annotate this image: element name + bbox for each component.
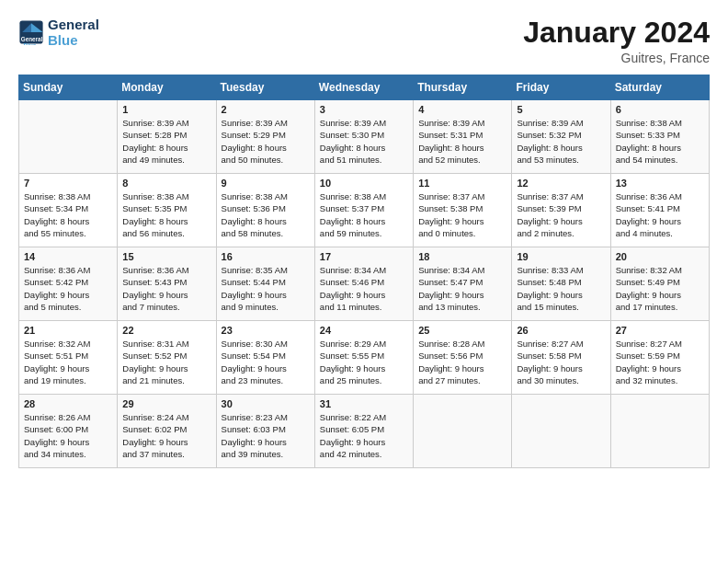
info-line: Sunrise: 8:26 AM: [24, 411, 112, 423]
info-line: Daylight: 9 hours: [24, 289, 112, 301]
calendar-header: SundayMondayTuesdayWednesdayThursdayFrid…: [19, 75, 710, 100]
logo: General Blue General Blue: [18, 17, 99, 49]
day-cell: 15Sunrise: 8:36 AMSunset: 5:43 PMDayligh…: [118, 247, 216, 321]
day-number: 2: [222, 104, 310, 115]
day-cell: 16Sunrise: 8:35 AMSunset: 5:44 PMDayligh…: [216, 247, 314, 321]
info-line: and 49 minutes.: [122, 154, 210, 166]
header-cell-wednesday: Wednesday: [314, 75, 413, 100]
info-line: Sunset: 5:44 PM: [222, 276, 310, 288]
info-line: and 51 minutes.: [320, 154, 408, 166]
info-line: and 11 minutes.: [320, 301, 408, 313]
info-line: Daylight: 9 hours: [418, 215, 506, 227]
info-line: and 23 minutes.: [222, 374, 310, 386]
info-line: Sunset: 5:32 PM: [517, 129, 605, 141]
day-number: 26: [517, 325, 605, 336]
header-cell-tuesday: Tuesday: [216, 75, 314, 100]
info-line: Sunset: 5:30 PM: [320, 129, 408, 141]
day-cell: 20Sunrise: 8:32 AMSunset: 5:49 PMDayligh…: [610, 247, 709, 321]
info-line: Sunset: 5:55 PM: [320, 350, 408, 362]
day-info: Sunrise: 8:39 AMSunset: 5:31 PMDaylight:…: [418, 117, 506, 166]
day-number: 5: [517, 104, 605, 115]
day-number: 19: [517, 251, 605, 262]
info-line: Sunrise: 8:39 AM: [320, 117, 408, 129]
day-info: Sunrise: 8:35 AMSunset: 5:44 PMDaylight:…: [222, 264, 310, 313]
day-cell: 17Sunrise: 8:34 AMSunset: 5:46 PMDayligh…: [314, 247, 413, 321]
day-cell: 21Sunrise: 8:32 AMSunset: 5:51 PMDayligh…: [19, 321, 118, 395]
info-line: Sunset: 5:52 PM: [122, 350, 210, 362]
svg-text:Blue: Blue: [24, 42, 37, 45]
day-number: 25: [418, 325, 506, 336]
info-line: and 59 minutes.: [320, 227, 408, 239]
day-info: Sunrise: 8:39 AMSunset: 5:29 PMDaylight:…: [222, 117, 310, 166]
info-line: Daylight: 8 hours: [320, 142, 408, 154]
info-line: and 9 minutes.: [222, 301, 310, 313]
header-cell-thursday: Thursday: [414, 75, 512, 100]
title-block: January 2024 Guitres, France: [523, 17, 710, 65]
day-cell: 14Sunrise: 8:36 AMSunset: 5:42 PMDayligh…: [19, 247, 118, 321]
info-line: Sunrise: 8:24 AM: [122, 411, 210, 423]
calendar-table: SundayMondayTuesdayWednesdayThursdayFrid…: [18, 75, 710, 468]
info-line: Sunset: 5:47 PM: [418, 276, 506, 288]
info-line: Sunrise: 8:32 AM: [616, 264, 704, 276]
day-cell: 6Sunrise: 8:38 AMSunset: 5:33 PMDaylight…: [610, 100, 709, 174]
day-cell: 19Sunrise: 8:33 AMSunset: 5:48 PMDayligh…: [512, 247, 610, 321]
info-line: Sunset: 5:37 PM: [320, 202, 408, 214]
day-cell: 5Sunrise: 8:39 AMSunset: 5:32 PMDaylight…: [512, 100, 610, 174]
info-line: and 42 minutes.: [320, 448, 408, 460]
day-info: Sunrise: 8:36 AMSunset: 5:41 PMDaylight:…: [616, 190, 704, 239]
day-cell: 12Sunrise: 8:37 AMSunset: 5:39 PMDayligh…: [512, 174, 610, 247]
day-cell: 31Sunrise: 8:22 AMSunset: 6:05 PMDayligh…: [314, 395, 413, 468]
info-line: Sunrise: 8:38 AM: [320, 190, 408, 202]
info-line: Daylight: 9 hours: [517, 362, 605, 374]
day-cell: 4Sunrise: 8:39 AMSunset: 5:31 PMDaylight…: [414, 100, 512, 174]
info-line: Daylight: 8 hours: [616, 142, 704, 154]
info-line: and 53 minutes.: [517, 154, 605, 166]
day-cell: 29Sunrise: 8:24 AMSunset: 6:02 PMDayligh…: [118, 395, 216, 468]
info-line: and 19 minutes.: [24, 374, 112, 386]
info-line: Daylight: 8 hours: [122, 215, 210, 227]
info-line: Sunset: 5:54 PM: [222, 350, 310, 362]
info-line: Sunset: 5:49 PM: [616, 276, 704, 288]
day-info: Sunrise: 8:39 AMSunset: 5:32 PMDaylight:…: [517, 117, 605, 166]
day-cell: 10Sunrise: 8:38 AMSunset: 5:37 PMDayligh…: [314, 174, 413, 247]
day-cell: [610, 395, 709, 468]
day-info: Sunrise: 8:30 AMSunset: 5:54 PMDaylight:…: [222, 338, 310, 386]
info-line: and 27 minutes.: [418, 374, 506, 386]
info-line: and 34 minutes.: [24, 448, 112, 460]
info-line: Sunset: 6:05 PM: [320, 423, 408, 435]
info-line: Sunset: 5:29 PM: [222, 129, 310, 141]
day-number: 28: [24, 398, 112, 409]
info-line: and 0 minutes.: [418, 227, 506, 239]
day-cell: [512, 395, 610, 468]
info-line: Daylight: 9 hours: [122, 289, 210, 301]
info-line: and 39 minutes.: [222, 448, 310, 460]
info-line: Daylight: 9 hours: [320, 289, 408, 301]
day-cell: 30Sunrise: 8:23 AMSunset: 6:03 PMDayligh…: [216, 395, 314, 468]
info-line: Sunset: 5:33 PM: [616, 129, 704, 141]
day-info: Sunrise: 8:32 AMSunset: 5:51 PMDaylight:…: [24, 338, 112, 386]
day-number: 27: [616, 325, 704, 336]
info-line: Daylight: 9 hours: [517, 215, 605, 227]
day-info: Sunrise: 8:34 AMSunset: 5:47 PMDaylight:…: [418, 264, 506, 313]
info-line: Daylight: 9 hours: [320, 362, 408, 374]
day-info: Sunrise: 8:26 AMSunset: 6:00 PMDaylight:…: [24, 411, 112, 460]
info-line: Daylight: 9 hours: [616, 289, 704, 301]
info-line: Daylight: 9 hours: [418, 289, 506, 301]
info-line: Daylight: 8 hours: [222, 142, 310, 154]
info-line: Daylight: 9 hours: [320, 436, 408, 448]
info-line: Daylight: 9 hours: [616, 215, 704, 227]
day-info: Sunrise: 8:24 AMSunset: 6:02 PMDaylight:…: [122, 411, 210, 460]
info-line: and 32 minutes.: [616, 374, 704, 386]
day-number: 21: [24, 325, 112, 336]
info-line: and 25 minutes.: [320, 374, 408, 386]
info-line: Sunrise: 8:29 AM: [320, 338, 408, 350]
day-cell: 1Sunrise: 8:39 AMSunset: 5:28 PMDaylight…: [118, 100, 216, 174]
day-info: Sunrise: 8:22 AMSunset: 6:05 PMDaylight:…: [320, 411, 408, 460]
week-row-3: 14Sunrise: 8:36 AMSunset: 5:42 PMDayligh…: [19, 247, 710, 321]
info-line: Sunrise: 8:38 AM: [222, 190, 310, 202]
day-cell: [19, 100, 118, 174]
info-line: Sunrise: 8:38 AM: [616, 117, 704, 129]
info-line: Sunrise: 8:39 AM: [418, 117, 506, 129]
day-cell: 7Sunrise: 8:38 AMSunset: 5:34 PMDaylight…: [19, 174, 118, 247]
info-line: Sunrise: 8:38 AM: [122, 190, 210, 202]
